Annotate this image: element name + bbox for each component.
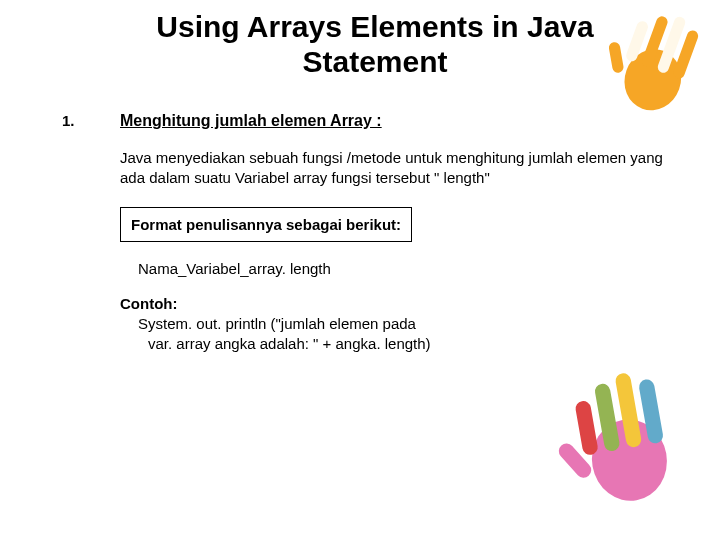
list-number: 1. bbox=[62, 112, 75, 129]
format-box: Format penulisannya sebagai berikut: bbox=[120, 207, 412, 242]
svg-rect-7 bbox=[574, 400, 599, 456]
slide-title: Using Arrays Elements in Java Statement bbox=[0, 0, 720, 85]
handprint-icon bbox=[540, 350, 710, 520]
slide-content: Menghitung jumlah elemen Array : Java me… bbox=[120, 112, 680, 354]
slide: Using Arrays Elements in Java Statement … bbox=[0, 0, 720, 540]
example-label: Contoh: bbox=[120, 295, 680, 312]
usage-text: Nama_Variabel_array. length bbox=[138, 260, 680, 277]
body-paragraph: Java menyediakan sebuah fungsi /metode u… bbox=[120, 148, 680, 189]
example-line: System. out. println ("jumlah elemen pad… bbox=[138, 314, 680, 334]
example-line: var. array angka adalah: " + angka. leng… bbox=[148, 334, 680, 354]
section-subtitle: Menghitung jumlah elemen Array : bbox=[120, 112, 680, 130]
example-code: System. out. println ("jumlah elemen pad… bbox=[138, 314, 680, 355]
